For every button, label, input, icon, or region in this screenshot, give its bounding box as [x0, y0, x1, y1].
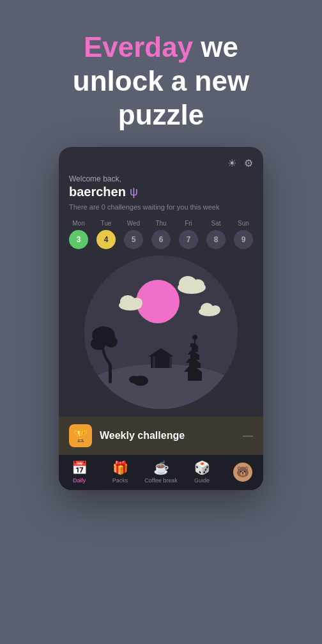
weekly-trophy-icon: 🏆 [69, 424, 92, 447]
nav-guide[interactable]: 🎲 Guide [181, 460, 222, 484]
svg-rect-20 [169, 356, 172, 368]
headline-highlight: Everday [84, 31, 193, 63]
day-fri[interactable]: Fri 7 [179, 220, 198, 249]
svg-rect-19 [153, 356, 155, 368]
packs-label: Packs [112, 477, 128, 484]
card-inner: ☀ ⚙ Welcome back, baerchen ψ There are 0… [59, 147, 263, 409]
nav-packs[interactable]: 🎁 Packs [100, 460, 141, 484]
day-label-wed: Wed [127, 220, 140, 227]
day-tue[interactable]: Tue 4 [96, 220, 116, 249]
day-label-mon: Mon [72, 220, 84, 227]
username-row: baerchen ψ [69, 185, 253, 199]
packs-icon: 🎁 [112, 460, 128, 475]
day-label-sun: Sun [238, 220, 249, 227]
svg-rect-12 [84, 383, 238, 409]
guide-label: Guide [194, 477, 210, 484]
username-badge: ψ [130, 185, 138, 199]
settings-icon[interactable]: ⚙ [244, 157, 253, 169]
day-label-tue: Tue [101, 220, 112, 227]
scene-svg [84, 256, 238, 409]
days-row: Mon 3 Tue 4 Wed 5 Thu 6 Fri 7 Sat 8 [69, 220, 253, 249]
headline-line2: unlock a new [73, 65, 249, 96]
day-label-sat: Sat [211, 220, 220, 227]
coffee-label: Coffee break [144, 477, 177, 484]
app-card: ☀ ⚙ Welcome back, baerchen ψ There are 0… [59, 147, 263, 490]
svg-rect-23 [189, 363, 201, 368]
app-header: Everday we unlock a new puzzle [60, 31, 262, 132]
svg-point-30 [192, 335, 197, 340]
weekly-challenge-label: Weekly challenge [100, 430, 235, 441]
headline-line3: puzzle [118, 99, 204, 130]
day-circle-mon[interactable]: 3 [69, 230, 88, 249]
weekly-dash: — [243, 430, 253, 441]
svg-rect-25 [190, 355, 199, 360]
day-circle-sun[interactable]: 9 [234, 230, 253, 249]
svg-point-4 [192, 279, 204, 291]
guide-icon: 🎲 [194, 460, 210, 475]
svg-rect-21 [188, 372, 202, 381]
svg-point-10 [210, 305, 220, 314]
avatar-icon[interactable]: 🐻 [233, 463, 252, 482]
day-sun[interactable]: Sun 9 [234, 220, 253, 249]
day-label-thu: Thu [155, 220, 166, 227]
headline: Everday we unlock a new puzzle [73, 31, 249, 132]
daily-icon: 📅 [72, 460, 88, 475]
day-circle-wed[interactable]: 5 [124, 230, 143, 249]
bottom-nav: 📅 Daily 🎁 Packs ☕ Coffee break 🎲 Guide 🐻 [59, 455, 263, 490]
day-circle-thu[interactable]: 6 [151, 230, 171, 249]
svg-point-16 [105, 336, 118, 348]
nav-coffee-break[interactable]: ☕ Coffee break [141, 460, 181, 484]
day-circle-sat[interactable]: 8 [206, 230, 226, 249]
daily-label: Daily [73, 477, 86, 484]
svg-rect-27 [192, 347, 198, 352]
scene-container [69, 256, 253, 409]
nav-daily[interactable]: 📅 Daily [59, 460, 100, 484]
day-sat[interactable]: Sat 8 [206, 220, 226, 249]
day-label-fri: Fri [185, 220, 192, 227]
svg-point-1 [136, 280, 180, 323]
svg-point-7 [131, 298, 142, 308]
coffee-icon: ☕ [153, 460, 169, 475]
day-circle-tue[interactable]: 4 [96, 230, 116, 249]
svg-point-15 [91, 337, 106, 350]
challenge-subtext: There are 0 challenges waiting for you t… [69, 203, 253, 211]
headline-rest: we [193, 31, 238, 63]
nav-avatar[interactable]: 🐻 [222, 463, 263, 482]
day-thu[interactable]: Thu 6 [151, 220, 171, 249]
scene-circle [84, 256, 238, 409]
svg-point-32 [129, 376, 139, 383]
username-label: baerchen [69, 185, 126, 199]
weekly-challenge-banner[interactable]: 🏆 Weekly challenge — [59, 417, 263, 455]
welcome-text: Welcome back, [69, 174, 253, 183]
day-circle-fri[interactable]: 7 [179, 230, 198, 249]
day-wed[interactable]: Wed 5 [124, 220, 143, 249]
svg-rect-13 [109, 364, 112, 383]
day-mon[interactable]: Mon 3 [69, 220, 88, 249]
card-top-icons: ☀ ⚙ [69, 157, 253, 169]
brightness-icon[interactable]: ☀ [227, 157, 236, 169]
